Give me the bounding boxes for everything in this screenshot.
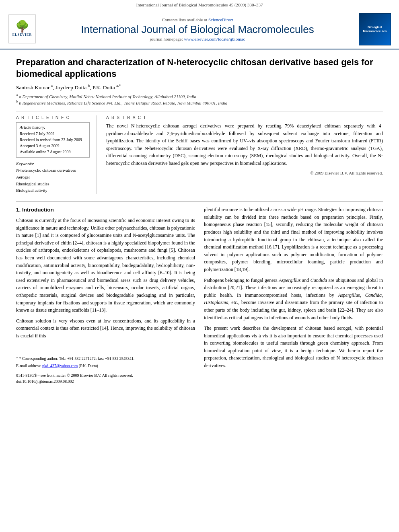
header-divider: [16, 111, 383, 111]
keyword-3: Rheological studies: [16, 181, 90, 188]
elsevier-logo-box: 🌳 ELSEVIER: [8, 14, 36, 43]
affiliation-a: a a Department of Chemistry, Motilal Neh…: [16, 93, 383, 99]
online-date: Available online 7 August 2009: [20, 149, 86, 155]
elsevier-tree-icon: 🌳: [15, 21, 29, 32]
email-person: (P.K. Dutta): [79, 364, 98, 368]
body-divider: [16, 201, 383, 202]
email-label: E-mail address:: [16, 364, 41, 368]
email-line: E-mail address: pkd_437@yahoo.com (P.K. …: [16, 363, 195, 369]
journal-citation-bar: International Journal of Biological Macr…: [0, 0, 399, 9]
journal-citation-text: International Journal of Biological Macr…: [136, 2, 263, 7]
right-para-3: The present work describes the developme…: [204, 325, 383, 370]
introduction-section: 1. Introduction Chitosan is currently at…: [16, 206, 383, 384]
affiliation-b: b b Regenerative Medicines, Reliance Lif…: [16, 99, 383, 105]
article-history-box: Article history: Received 7 July 2009 Re…: [16, 122, 90, 158]
accepted-date: Accepted 3 August 2009: [20, 143, 86, 149]
article-info-abstract-row: A R T I C L E I N F O Article history: R…: [16, 115, 383, 194]
intro-para-1: Chitosan is currently at the focus of in…: [16, 217, 195, 314]
elsevier-wordmark: ELSEVIER: [12, 33, 32, 37]
abstract-title: A B S T R A C T: [106, 115, 383, 120]
footnote-star: *: [16, 356, 19, 361]
introduction-heading: 1. Introduction: [16, 206, 195, 214]
intro-para-2: Chitosan solution is very viscous even a…: [16, 317, 195, 340]
body-right-column: plentiful resource is to be utilized acr…: [204, 206, 383, 384]
article-history-title: Article history:: [20, 125, 86, 129]
journal-header: 🌳 ELSEVIER Contents lists available at S…: [0, 9, 399, 49]
footer-ids: 0141-8130/$ – see front matter © 2009 El…: [16, 372, 195, 385]
abstract-column: A B S T R A C T The novel N-heterocyclic…: [106, 115, 383, 194]
homepage-url[interactable]: www.elsevier.com/locate/ijbiomac: [184, 37, 245, 41]
corresponding-author-note: * * Corresponding author. Tel.: +91 532 …: [16, 355, 195, 362]
journal-logo-text: BiologicalMacromolecules: [363, 25, 387, 33]
revised-date: Received in revised form 23 July 2009: [20, 137, 86, 143]
page: International Journal of Biological Macr…: [0, 0, 399, 532]
contents-available-label: Contents lists available at: [162, 17, 207, 22]
keywords-list: N-heterocyclic chitosan derivatives Aero…: [16, 167, 90, 194]
doi-line: doi:10.1016/j.ijbiomac.2009.08.002: [16, 378, 195, 385]
article-title: Preparation and characterization of N-he…: [16, 57, 383, 80]
received-date: Received 7 July 2009: [20, 131, 86, 137]
footer-section: * * Corresponding author. Tel.: +91 532 …: [16, 352, 195, 385]
email-link[interactable]: pkd_437@yahoo.com: [42, 364, 78, 368]
keyword-1: N-heterocyclic chitosan derivatives: [16, 167, 90, 174]
journal-logo-right: BiologicalMacromolecules: [359, 13, 391, 45]
copyright-line: © 2009 Elsevier B.V. All rights reserved…: [106, 170, 383, 175]
abstract-text: The novel N-heterocyclic chitosan aeroge…: [106, 122, 383, 167]
article-content: Preparation and characterization of N-he…: [0, 49, 399, 393]
journal-title-block: Contents lists available at ScienceDirec…: [43, 17, 352, 41]
homepage-label: journal homepage:: [150, 37, 183, 41]
sciencedirect-line: Contents lists available at ScienceDirec…: [43, 17, 352, 22]
keywords-title: Keywords:: [16, 162, 90, 166]
journal-homepage: journal homepage: www.elsevier.com/locat…: [43, 37, 352, 41]
corresponding-note-text: * Corresponding author. Tel.: +91 532 22…: [19, 356, 135, 361]
keyword-4: Biological activity: [16, 187, 90, 194]
affiliations: a a Department of Chemistry, Motilal Neh…: [16, 93, 383, 105]
authors-line: Santosh Kumar a, Joydeep Dutta b, P.K. D…: [16, 84, 383, 91]
body-left-column: 1. Introduction Chitosan is currently at…: [16, 206, 195, 384]
keyword-2: Aerogel: [16, 174, 90, 181]
right-para-2: Pathogens belonging to fungal genera Asp…: [204, 277, 383, 322]
keywords-section: Keywords: N-heterocyclic chitosan deriva…: [16, 162, 90, 194]
issn-line: 0141-8130/$ – see front matter © 2009 El…: [16, 372, 195, 379]
sciencedirect-link[interactable]: ScienceDirect: [208, 17, 233, 22]
article-info-title: A R T I C L E I N F O: [16, 115, 90, 120]
right-para-1: plentiful resource is to be utilized acr…: [204, 206, 383, 273]
article-info-column: A R T I C L E I N F O Article history: R…: [16, 115, 97, 194]
journal-name: International Journal of Biological Macr…: [43, 23, 352, 36]
elsevier-logo: 🌳 ELSEVIER: [8, 14, 36, 45]
